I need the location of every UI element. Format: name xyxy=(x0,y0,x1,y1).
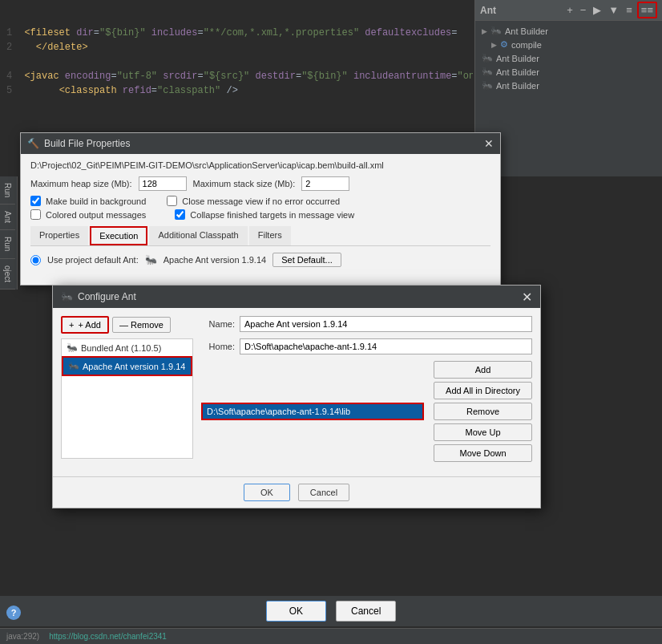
ca-add-plus-icon: + xyxy=(69,320,74,330)
bfp-checkbox-label-1: Make build in background xyxy=(46,196,146,206)
bfp-radio-default[interactable] xyxy=(30,255,41,265)
bottom-bar: java:292) https://blog.csdn.net/chanfei2… xyxy=(0,628,662,644)
ca-btn-add-all-directory[interactable]: Add All in Directory xyxy=(434,382,532,399)
bfp-titlebar: 🔨 Build File Properties ✕ xyxy=(21,133,500,154)
bfp-ant-row: Use project default Ant: 🐜 Apache Ant ve… xyxy=(30,253,490,267)
screen-cancel-button[interactable]: Cancel xyxy=(336,601,396,622)
bfp-title-text: Build File Properties xyxy=(44,138,130,149)
ant-tree: ▶ 🐜 Ant Builder ▶ ⚙ compile 🐜 Ant Builde… xyxy=(475,21,662,95)
bfp-checkbox-label-2: Close message view if no error occurred xyxy=(182,196,340,206)
bfp-checkbox-colored[interactable] xyxy=(30,209,41,220)
ca-name-label: Name: xyxy=(201,319,235,329)
ant-tree-item-3[interactable]: 🐜 Ant Builder xyxy=(478,65,659,79)
expand-icon-compile: ▶ xyxy=(491,41,497,49)
ca-ok-button[interactable]: OK xyxy=(244,484,290,501)
ca-action-buttons: Add Add All in Directory Remove Move Up … xyxy=(434,361,532,462)
ant-panel-title: Ant xyxy=(480,5,496,16)
ant-icon-3: 🐜 xyxy=(482,67,493,77)
sidebar-run-2[interactable]: Run xyxy=(0,230,15,258)
ca-left-panel: + + Add — Remove 🐜 Bundled Ant (1.10.5) … xyxy=(61,316,193,468)
ca-dialog: 🐜 Configure Ant ✕ + + Add — Remove 🐜 Bun… xyxy=(52,285,541,508)
bfp-checkbox-close-msg[interactable] xyxy=(167,196,177,206)
bfp-checkbox-background[interactable] xyxy=(30,196,41,206)
ant-toolbar: + − ▶ ▼ ≡ ≡≡ xyxy=(564,2,657,18)
sidebar-project[interactable]: oject xyxy=(0,259,15,290)
bfp-close-button[interactable]: ✕ xyxy=(484,137,494,150)
ca-right-panel: Name: Home: D:\Soft\apache\apache-ant-1.… xyxy=(201,316,532,468)
bfp-title-left: 🔨 Build File Properties xyxy=(27,138,130,149)
ca-cancel-button[interactable]: Cancel xyxy=(298,484,349,501)
ant-icon-4: 🐜 xyxy=(482,80,493,91)
ant-panel-header: Ant + − ▶ ▼ ≡ ≡≡ xyxy=(475,0,662,21)
ca-home-label: Home: xyxy=(201,342,235,351)
bfp-tabs: Properties Execution Additional Classpat… xyxy=(30,226,490,246)
ant-add-btn[interactable]: + xyxy=(564,3,575,17)
bfp-checkbox-row-2: Colored output messages Collapse finishe… xyxy=(30,209,490,220)
bfp-tab-filters[interactable]: Filters xyxy=(249,226,291,245)
ant-tree-item-1[interactable]: ▶ 🐜 Ant Builder xyxy=(478,24,659,38)
ca-remove-button[interactable]: — Remove xyxy=(112,317,171,333)
ca-btn-move-down[interactable]: Move Down xyxy=(434,444,532,462)
screen-footer: OK Cancel xyxy=(0,596,662,626)
bfp-tab-classpath[interactable]: Additional Classpath xyxy=(149,226,247,245)
screen-ok-button[interactable]: OK xyxy=(266,601,326,622)
ca-titlebar: 🐜 Configure Ant ✕ xyxy=(53,286,540,308)
bfp-path: D:\Project\02_Git\PEIM\PEIM-GIT-DEMO\src… xyxy=(30,160,490,170)
sidebar-run-1[interactable]: Run xyxy=(0,176,15,205)
bfp-stack-input[interactable] xyxy=(301,176,349,191)
ca-btn-add[interactable]: Add xyxy=(434,361,532,379)
ca-home-input[interactable] xyxy=(240,338,532,354)
ant-tree-item-2[interactable]: 🐜 Ant Builder xyxy=(478,51,659,65)
code-line-5: 5 <classpath refid="classpath" /> xyxy=(6,83,466,98)
bfp-heap-row: Maximum heap size (Mb): Maximum stack si… xyxy=(30,176,490,191)
bfp-heap-input[interactable] xyxy=(139,176,187,191)
bfp-tab-execution[interactable]: Execution xyxy=(90,226,147,245)
ca-ant-list[interactable]: 🐜 Bundled Ant (1.10.5) 🐜 Apache Ant vers… xyxy=(61,338,193,459)
ca-btn-move-up[interactable]: Move Up xyxy=(434,423,532,441)
ant-tree-item-4[interactable]: 🐜 Ant Builder xyxy=(478,79,659,92)
expand-icon-1: ▶ xyxy=(482,27,487,35)
bfp-tab-properties[interactable]: Properties xyxy=(30,226,88,245)
ca-icon: 🐜 xyxy=(61,291,73,302)
ant-sort-btn[interactable]: ≡ xyxy=(624,3,635,17)
ca-close-button[interactable]: ✕ xyxy=(522,290,532,305)
apache-ant-icon: 🐜 xyxy=(68,361,79,371)
bfp-set-default-btn[interactable]: Set Default... xyxy=(272,253,341,267)
bfp-stack-label: Maximum stack size (Mb): xyxy=(193,179,296,188)
bfp-checkbox-label-3: Colored output messages xyxy=(46,210,146,220)
sidebar-ant[interactable]: Ant xyxy=(0,205,15,230)
bottom-link[interactable]: https://blog.csdn.net/chanfei2341 xyxy=(49,632,167,641)
code-line-4: 4 <javac encoding="utf-8" srcdir="${src}… xyxy=(6,69,466,83)
ca-toolbar: + + Add — Remove xyxy=(61,316,193,334)
bfp-heap-label: Maximum heap size (Mb): xyxy=(30,179,132,188)
left-sidebar-panels: Run Ant Run oject xyxy=(0,176,18,290)
bfp-checkbox-collapse[interactable] xyxy=(175,209,185,220)
code-line-3 xyxy=(6,55,466,69)
ca-list-item-apache[interactable]: 🐜 Apache Ant version 1.9.14 xyxy=(62,356,192,376)
ca-add-button[interactable]: + + Add xyxy=(61,316,109,334)
ant-settings-btn[interactable]: ≡≡ xyxy=(637,2,657,18)
bfp-icon: 🔨 xyxy=(27,138,39,149)
bundled-ant-icon: 🐜 xyxy=(67,342,78,353)
ca-list-item-bundled[interactable]: 🐜 Bundled Ant (1.10.5) xyxy=(62,339,192,356)
ca-classpath-box[interactable]: D:\Soft\apache\apache-ant-1.9.14\lib xyxy=(201,403,424,420)
ca-classpath-row: D:\Soft\apache\apache-ant-1.9.14\lib Add… xyxy=(201,361,532,462)
bfp-body: D:\Project\02_Git\PEIM\PEIM-GIT-DEMO\src… xyxy=(21,154,500,285)
help-icon[interactable]: ? xyxy=(6,606,21,620)
bfp-ant-icon: 🐜 xyxy=(145,254,157,265)
ant-run-btn[interactable]: ▶ xyxy=(591,3,603,17)
ant-filter-btn[interactable]: ▼ xyxy=(606,3,621,17)
ant-remove-btn[interactable]: − xyxy=(578,3,589,17)
bfp-ant-version: Apache Ant version 1.9.14 xyxy=(163,255,266,265)
ant-panel: Ant + − ▶ ▼ ≡ ≡≡ ▶ 🐜 Ant Builder ▶ ⚙ com… xyxy=(474,0,662,176)
ca-btn-remove[interactable]: Remove xyxy=(434,403,532,420)
bfp-radio-label: Use project default Ant: xyxy=(47,255,139,265)
bfp-tab-content: Use project default Ant: 🐜 Apache Ant ve… xyxy=(30,246,490,278)
ca-name-input[interactable] xyxy=(240,316,532,332)
code-line-1: 1 <fileset dir="${bin}" includes="**/com… xyxy=(6,26,466,40)
bottom-line-info: java:292) xyxy=(6,632,39,641)
ca-footer: OK Cancel xyxy=(53,476,540,508)
ant-tree-item-compile[interactable]: ▶ ⚙ compile xyxy=(478,38,659,51)
bfp-checkbox-row-1: Make build in background Close message v… xyxy=(30,196,490,206)
ca-title-left: 🐜 Configure Ant xyxy=(61,291,136,302)
